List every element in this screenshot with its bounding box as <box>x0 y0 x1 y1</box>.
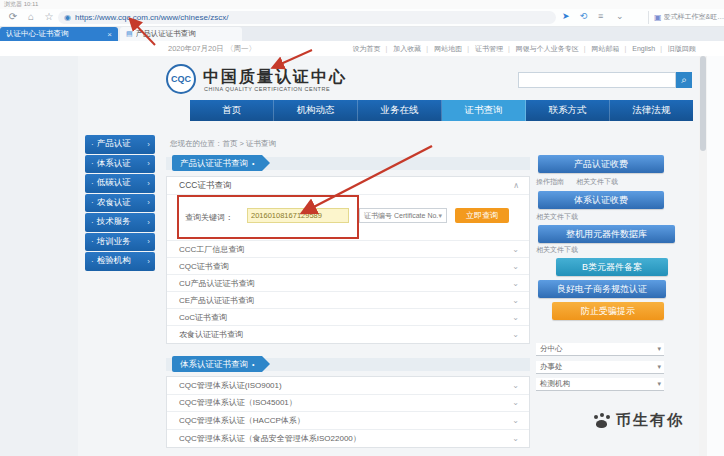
chevron-down-icon: ⌄ <box>512 398 519 407</box>
accordion-iso45001[interactable]: CQC管理体系认证（ISO45001）⌄ <box>167 395 529 413</box>
extension-chip[interactable]: ▣ 爱式样工作室&旺… <box>654 12 724 22</box>
nav-item-certificate-query[interactable]: 证书查询 <box>442 100 526 121</box>
date-text: 2020年07月20日 〈周一〉 <box>168 44 256 54</box>
guide-link[interactable]: 操作指南 <box>536 177 564 187</box>
toolbar-caret-icon[interactable]: ⌄ <box>616 11 624 21</box>
nav-item-laws[interactable]: 法律法规 <box>610 100 693 121</box>
chevron-right-icon: › <box>147 218 150 227</box>
accordion-cqc-query[interactable]: CQC证书查询⌄ <box>167 258 529 275</box>
tab-label: 认证中心-证书查询 <box>6 29 103 39</box>
download-link[interactable]: 相关文件下载 <box>536 212 578 222</box>
chevron-right-icon: › <box>147 237 150 246</box>
anti-fraud-notice-button[interactable]: 防止受骗提示 <box>552 302 664 320</box>
tab-product-cert-query[interactable]: ▤ 产品认证证书查询 <box>120 27 242 41</box>
accordion-ccc-factory-query[interactable]: CCC工厂信息查询⌄ <box>167 241 529 258</box>
top-link[interactable]: 旧版回顾 <box>668 45 696 52</box>
system-section-title: 体系认证证书查询• <box>172 356 262 372</box>
main-nav: 首页 机构动态 业务在线 证书查询 联系方式 法律法规 <box>190 100 693 121</box>
sidebar-item-product-cert[interactable]: ·产品认证› <box>85 135 155 154</box>
sidebar-item-inspection[interactable]: ·检验机构› <box>85 252 155 271</box>
top-link[interactable]: 网站邮箱 <box>591 45 626 52</box>
branch-lab-select[interactable]: 检测机构▾ <box>536 378 664 391</box>
bullet-icon: · <box>91 179 94 188</box>
product-cert-fee-button[interactable]: 产品认证收费 <box>538 155 664 173</box>
top-link[interactable]: 加入收藏 <box>393 45 428 52</box>
accordion-iso9001[interactable]: CQC管理体系认证(ISO9001)⌄ <box>167 377 529 395</box>
component-database-button[interactable]: 整机用元器件数据库 <box>538 225 675 243</box>
browser-toolbar: ⟳ ⌂ ☆ ◉ https://www.cqc.com.cn/www/chine… <box>0 9 724 27</box>
star-icon[interactable]: ☆ <box>42 11 56 22</box>
address-bar[interactable]: ◉ https://www.cqc.com.cn/www/chinese/zsc… <box>58 11 556 24</box>
section-title-text: 产品认证证书查询 <box>180 158 248 168</box>
product-section-title: 产品认证证书查询• <box>172 155 262 171</box>
caret-down-icon: ▾ <box>657 380 661 388</box>
chevron-right-icon: › <box>147 159 150 168</box>
sync-icon[interactable]: ⟲ <box>580 11 588 21</box>
nav-item-online-business[interactable]: 业务在线 <box>358 100 442 121</box>
accordion-coc-query[interactable]: CoC证书查询⌄ <box>167 309 529 326</box>
query-submit-button[interactable]: 立即查询 <box>455 208 509 223</box>
accordion-agrifood-query[interactable]: 农食认证证书查询⌄ <box>167 326 529 343</box>
tab-label: 产品认证证书查询 <box>136 29 196 39</box>
nav-item-home[interactable]: 首页 <box>190 100 274 121</box>
home-icon[interactable]: ⌂ <box>24 11 38 22</box>
sidebar-item-label: 农食认证 <box>97 197 131 209</box>
paw-icon <box>591 412 611 430</box>
accordion-iso22000[interactable]: CQC管理体系认证（食品安全管理体系ISO22000）⌄ <box>167 430 529 448</box>
bullet-icon: · <box>91 140 94 149</box>
branch-office-select[interactable]: 办事处▾ <box>536 361 664 374</box>
top-link[interactable]: English <box>632 45 662 52</box>
chevron-down-icon: ⌄ <box>512 279 519 288</box>
chevron-right-icon: › <box>147 257 150 266</box>
download-link[interactable]: 相关文件下载 <box>576 177 618 187</box>
top-link[interactable]: 证书管理 <box>475 45 510 52</box>
sidebar-menu: ·产品认证› ·体系认证› ·低碳认证› ·农食认证› ·技术服务› ·培训业务… <box>85 135 155 272</box>
accordion-ccc-query[interactable]: CCC证书查询 ∧ <box>167 177 529 195</box>
nav-item-contact[interactable]: 联系方式 <box>526 100 610 121</box>
scrollbar-thumb[interactable] <box>700 56 706 151</box>
search-button[interactable]: ⌕ <box>676 72 692 88</box>
certificate-number-input[interactable] <box>247 208 349 223</box>
top-link[interactable]: 网银与个人业务专区 <box>516 45 586 52</box>
class-b-component-filing-button[interactable]: B类元器件备案 <box>556 258 668 276</box>
accordion-label: CQC管理体系认证(ISO9001) <box>179 380 282 391</box>
sidebar-item-system-cert[interactable]: ·体系认证› <box>85 155 155 174</box>
query-type-value: 证书编号 Certificate No. <box>364 211 438 221</box>
toolbar-divider <box>648 11 649 24</box>
sidebar-item-lowcarbon-cert[interactable]: ·低碳认证› <box>85 174 155 193</box>
nav-item-news[interactable]: 机构动态 <box>274 100 358 121</box>
top-link[interactable]: 网站地图 <box>434 45 469 52</box>
share-icon[interactable]: ➤ <box>562 11 570 21</box>
refresh-icon[interactable]: ⟳ <box>6 11 20 22</box>
chevron-down-icon: ⌄ <box>512 245 519 254</box>
menu-icon[interactable]: ≡ <box>598 11 603 21</box>
sidebar-item-label: 技术服务 <box>97 216 131 228</box>
accordion-ce-query[interactable]: CE产品认证证书查询⌄ <box>167 292 529 309</box>
page-body: CQC 中国质量认证中心 CHINA QUALITY CERTIFICATION… <box>0 56 724 456</box>
sidebar-item-tech-service[interactable]: ·技术服务› <box>85 213 155 232</box>
accordion-cu-query[interactable]: CU产品认证证书查询⌄ <box>167 275 529 292</box>
caret-down-icon: ▾ <box>438 212 442 220</box>
sidebar-item-training[interactable]: ·培训业务› <box>85 233 155 252</box>
sidebar-item-agrifood-cert[interactable]: ·农食认证› <box>85 194 155 213</box>
cqc-logo: CQC <box>166 64 196 94</box>
ecommerce-standard-cert-button[interactable]: 良好电子商务规范认证 <box>538 280 666 298</box>
close-icon[interactable]: × <box>107 30 112 39</box>
select-value: 检测机构 <box>540 379 570 389</box>
top-link[interactable]: 设为首页 <box>353 45 388 52</box>
site-search-input[interactable] <box>518 72 676 88</box>
branch-center-select[interactable]: 分中心▾ <box>536 343 664 356</box>
accordion-haccp[interactable]: CQC管理体系认证（HACCP体系）⌄ <box>167 412 529 430</box>
url-text[interactable]: https://www.cqc.com.cn/www/chinese/zscx/ <box>75 13 228 22</box>
query-type-select[interactable]: 证书编号 Certificate No. ▾ <box>359 208 447 223</box>
system-cert-fee-button[interactable]: 体系认证收费 <box>538 191 664 209</box>
chevron-down-icon: ⌄ <box>512 313 519 322</box>
accordion-label: CoC证书查询 <box>179 312 227 323</box>
site-title: 中国质量认证中心 <box>203 67 347 88</box>
scrollbar[interactable] <box>699 56 707 456</box>
window-title-bar: 浏览器 10:11 <box>0 0 724 9</box>
tab-certificate-query[interactable]: 认证中心-证书查询 × <box>0 27 118 41</box>
bullet-icon: · <box>91 159 94 168</box>
download-link[interactable]: 相关文件下载 <box>536 245 578 255</box>
chevron-right-icon: › <box>147 140 150 149</box>
